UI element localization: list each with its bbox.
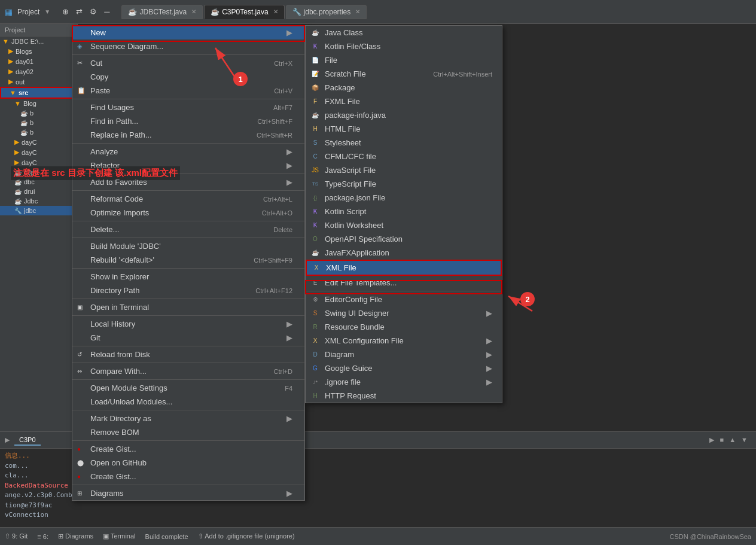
menu-seq-label: Sequence Diagram... — [90, 42, 292, 51]
run-scroll-up[interactable]: ▲ — [729, 436, 736, 443]
menu-item-git[interactable]: Git ▶ — [72, 331, 304, 345]
submenu-item-js[interactable]: JS JavaScript File — [306, 163, 502, 177]
label-kotlin: Kotlin File/Class — [325, 42, 492, 51]
status-git-icon[interactable]: ⇧ 9: Git — [5, 532, 28, 540]
submenu-item-java-class[interactable]: ☕ Java Class — [306, 26, 502, 39]
menu-item-load-modules[interactable]: Load/Unload Modules... — [72, 395, 304, 409]
menu-item-dir-path[interactable]: Directory Path Ctrl+Alt+F12 — [72, 284, 304, 297]
menu-item-module-settings[interactable]: Open Module Settings F4 — [72, 381, 304, 395]
submenu-item-file[interactable]: 📄 File — [306, 53, 502, 67]
submenu-item-swing[interactable]: S Swing UI Designer ▶ — [306, 306, 502, 320]
menu-item-mark-dir[interactable]: Mark Directory as ▶ — [72, 412, 304, 425]
menu-item-optimize[interactable]: Optimize Imports Ctrl+Alt+O — [72, 206, 304, 220]
tab-c3p0test[interactable]: ☕ C3P0Test.java ✕ — [204, 5, 284, 19]
sidebar-item-jdbcprop[interactable]: 🔧 jdbc — [0, 206, 77, 215]
menu-item-remove-bom[interactable]: Remove BOM — [72, 425, 304, 439]
submenu-item-cfml[interactable]: C CFML/CFC file — [306, 150, 502, 163]
submenu-item-javafx[interactable]: ☕ JavaFXApplication — [306, 246, 502, 260]
tab-close-3[interactable]: ✕ — [355, 8, 360, 15]
sidebar-item-day01[interactable]: ▶ day01 — [0, 56, 77, 66]
menu-item-copy[interactable]: Copy — [72, 70, 304, 84]
submenu-item-package[interactable]: 📦 Package — [306, 81, 502, 95]
status-terminal[interactable]: ▣ Terminal — [103, 532, 135, 540]
submenu-item-kotlin[interactable]: K Kotlin File/Class — [306, 39, 502, 53]
submenu-item-ignore[interactable]: .i* .ignore file ▶ — [306, 375, 502, 389]
sidebar-item-jdbc[interactable]: ▼ JDBC E:\... — [0, 36, 77, 46]
run-stop[interactable]: ■ — [720, 436, 724, 443]
menu-item-open-github[interactable]: ⬤ Open on GitHub — [72, 456, 304, 470]
menu-item-find-path[interactable]: Find in Path... Ctrl+Shift+F — [72, 114, 304, 128]
menu-item-reformat[interactable]: Reformat Code Ctrl+Alt+L — [72, 192, 304, 206]
sidebar-item-dayc0[interactable]: ▶ dayC — [0, 137, 77, 147]
run-scroll-down[interactable]: ▼ — [741, 436, 748, 443]
menu-item-create-gist[interactable]: ● Create Gist... — [72, 442, 304, 456]
menu-item-create-gist2[interactable]: ● Create Gist... — [72, 470, 304, 483]
submenu-sep-1 — [306, 291, 502, 291]
submenu-item-xmlconfig[interactable]: X XML Configuration File ▶ — [306, 334, 502, 348]
run-tab-label[interactable]: C3P0 — [14, 435, 41, 446]
submenu-item-fxml[interactable]: F FXML File — [306, 95, 502, 108]
submenu-item-scratch[interactable]: 📝 Scratch File Ctrl+Alt+Shift+Insert — [306, 67, 502, 81]
menu-item-terminal[interactable]: ▣ Open in Terminal — [72, 300, 304, 314]
submenu-item-pkg-info[interactable]: ☕ package-info.java — [306, 108, 502, 122]
menu-item-analyze[interactable]: Analyze ▶ — [72, 145, 304, 159]
submenu-item-ts[interactable]: TS TypeScript File — [306, 177, 502, 191]
sidebar-item-out[interactable]: ▶ out — [0, 77, 77, 87]
nav-icon[interactable]: ⊕ — [60, 6, 71, 17]
submenu-item-json[interactable]: {} package.json File — [306, 191, 502, 205]
submenu-item-kotlin-ws[interactable]: K Kotlin Worksheet — [306, 218, 502, 232]
menu-item-show-explorer[interactable]: Show in Explorer — [72, 270, 304, 284]
settings-icon[interactable]: ⚙ — [87, 6, 99, 17]
menu-item-diagrams[interactable]: ⊞ Diagrams ▶ — [72, 486, 304, 500]
submenu-item-editorconfig[interactable]: ⚙ EditorConfig File — [306, 293, 502, 306]
submenu-item-kotlin-script[interactable]: K Kotlin Script — [306, 205, 502, 218]
menu-item-seq[interactable]: ◈ Sequence Diagram... — [72, 39, 304, 53]
submenu-item-xml[interactable]: X XML File — [306, 260, 502, 276]
sidebar-item-src[interactable]: ▼ src — [0, 87, 77, 99]
sidebar-item-dayc1[interactable]: ▶ dayC — [0, 147, 77, 157]
sidebar-item-b1[interactable]: ☕ b — [0, 108, 77, 118]
icon-kotlin: K — [310, 42, 320, 51]
menu-item-compare[interactable]: ⇔ Compare With... Ctrl+D — [72, 364, 304, 378]
submenu-item-google[interactable]: G Google Guice ▶ — [306, 361, 502, 375]
menu-item-delete[interactable]: Delete... Delete — [72, 223, 304, 236]
project-label[interactable]: Project — [17, 8, 39, 16]
menu-item-replace[interactable]: Replace in Path... Ctrl+Shift+R — [72, 128, 304, 142]
tab-properties[interactable]: 🔧 jdbc.properties ✕ — [286, 5, 367, 19]
submenu-item-resource[interactable]: R Resource Bundle — [306, 320, 502, 334]
submenu-item-stylesheet[interactable]: S Stylesheet — [306, 136, 502, 150]
sidebar-item-blogs[interactable]: ▶ Blogs — [0, 46, 77, 56]
sidebar-item-jdbc-file[interactable]: ☕ Jdbc — [0, 196, 77, 206]
label-package: Package — [325, 83, 492, 92]
sidebar-item-b3[interactable]: ☕ b — [0, 127, 77, 137]
nav-icon2[interactable]: ⇄ — [74, 6, 85, 17]
submenu-item-openapi[interactable]: O OpenAPI Specification — [306, 232, 502, 246]
submenu-item-http[interactable]: H HTTP Request — [306, 389, 502, 403]
ignore-arrow: ▶ — [486, 377, 492, 386]
tab-close-2[interactable]: ✕ — [273, 8, 278, 15]
sidebar-item-day02[interactable]: ▶ day02 — [0, 66, 77, 77]
menu-item-find-usages[interactable]: Find Usages Alt+F7 — [72, 101, 304, 114]
sidebar-item-drui[interactable]: ☕ drui — [0, 187, 77, 196]
menu-item-paste[interactable]: 📋 Paste Ctrl+V — [72, 84, 304, 98]
menu-item-cut[interactable]: ✂ Cut Ctrl+X — [72, 56, 304, 70]
submenu-item-diagram[interactable]: D Diagram ▶ — [306, 348, 502, 361]
run-play[interactable]: ▶ — [709, 436, 714, 443]
menu-item-rebuild[interactable]: Rebuild '<default>' Ctrl+Shift+F9 — [72, 253, 304, 267]
run-line-7: vConnection — [5, 510, 751, 520]
tab-jdbctest[interactable]: ☕ JDBCTest.java ✕ — [121, 5, 203, 19]
submenu-item-html[interactable]: H HTML File — [306, 122, 502, 136]
menu-item-reload[interactable]: ↺ Reload from Disk — [72, 348, 304, 361]
menu-item-local-history[interactable]: Local History ▶ — [72, 317, 304, 331]
menu-item-new[interactable]: New ▶ — [72, 26, 304, 39]
status-diagrams-icon[interactable]: ⊞ Diagrams — [58, 532, 93, 540]
status-gitignore[interactable]: ⇧ Add to .gitignore file (unignore) — [198, 532, 295, 540]
submenu-item-edit-templates[interactable]: E Edit File Templates... — [306, 276, 502, 290]
toolbar-dropdown[interactable]: ▼ — [44, 8, 50, 15]
tab-close-1[interactable]: ✕ — [191, 8, 196, 15]
sidebar-item-blog-sub[interactable]: ▼ Blog — [0, 99, 77, 108]
status-log-icon[interactable]: ≡ 6: — [37, 533, 48, 540]
sidebar-item-b2[interactable]: ☕ b — [0, 118, 77, 127]
menu-item-build[interactable]: Build Module 'JDBC' — [72, 239, 304, 253]
minimize-icon[interactable]: ─ — [102, 6, 112, 17]
